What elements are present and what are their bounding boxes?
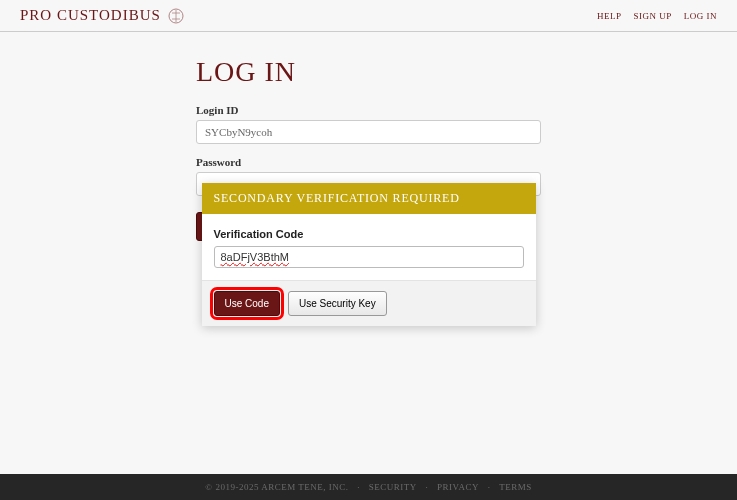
footer-security[interactable]: SECURITY xyxy=(369,482,417,492)
nav-links: HELP SIGN UP LOG IN xyxy=(597,11,717,21)
modal-body: Verification Code 8aDFjV3BthM xyxy=(202,214,536,280)
verification-code-label: Verification Code xyxy=(214,228,524,240)
footer: © 2019-2025 ARCEM TENE, INC. · SECURITY … xyxy=(0,474,737,500)
brand-logo-icon xyxy=(167,7,185,25)
footer-terms[interactable]: TERMS xyxy=(499,482,532,492)
nav-signup[interactable]: SIGN UP xyxy=(633,11,671,21)
use-code-button[interactable]: Use Code xyxy=(214,291,280,316)
app-header: PRO CUSTODIBUS HELP SIGN UP LOG IN xyxy=(0,0,737,32)
nav-login[interactable]: LOG IN xyxy=(684,11,717,21)
footer-privacy[interactable]: PRIVACY xyxy=(437,482,479,492)
footer-copyright: © 2019-2025 ARCEM TENE, INC. xyxy=(205,482,348,492)
modal-footer: Use Code Use Security Key xyxy=(202,280,536,326)
brand: PRO CUSTODIBUS xyxy=(20,7,185,25)
use-security-key-button[interactable]: Use Security Key xyxy=(288,291,387,316)
verification-modal: SECONDARY VERIFICATION REQUIRED Verifica… xyxy=(202,183,536,326)
login-id-input[interactable] xyxy=(196,120,541,144)
password-label: Password xyxy=(196,156,541,168)
brand-text: PRO CUSTODIBUS xyxy=(20,7,161,24)
verification-code-input[interactable]: 8aDFjV3BthM xyxy=(214,246,524,268)
modal-title: SECONDARY VERIFICATION REQUIRED xyxy=(202,183,536,214)
page-title: LOG IN xyxy=(196,56,541,88)
nav-help[interactable]: HELP xyxy=(597,11,622,21)
login-id-label: Login ID xyxy=(196,104,541,116)
